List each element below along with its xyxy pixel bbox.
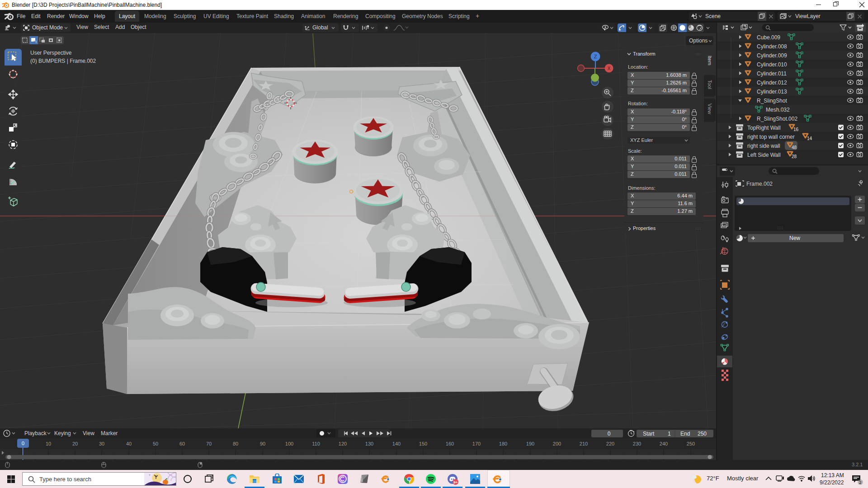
svg-text:9+: 9+ (453, 480, 458, 484)
svg-text:80: 80 (233, 441, 238, 446)
svg-text:R_SlingShot: R_SlingShot (757, 98, 787, 104)
svg-text:New: New (789, 235, 800, 241)
svg-text:250: 250 (698, 431, 707, 437)
svg-text:150: 150 (419, 441, 427, 446)
svg-text:16: 16 (793, 127, 799, 132)
svg-text:240: 240 (660, 441, 668, 446)
svg-text:Mesh.032: Mesh.032 (766, 107, 790, 113)
svg-text:170: 170 (472, 441, 481, 446)
svg-text:130: 130 (365, 441, 373, 446)
svg-text:14: 14 (807, 136, 812, 141)
svg-text:140: 140 (392, 441, 401, 446)
svg-text:right top wall corner: right top wall corner (747, 134, 795, 140)
svg-text:40: 40 (126, 441, 132, 446)
svg-text:Cube.009: Cube.009 (757, 34, 780, 41)
svg-text:220: 220 (606, 441, 614, 446)
svg-text:Cylinder.013: Cylinder.013 (757, 89, 787, 95)
svg-text:60: 60 (179, 441, 185, 446)
svg-text:right side wall: right side wall (747, 143, 780, 149)
svg-text:Playback: Playback (24, 430, 47, 436)
svg-text:Cylinder.011: Cylinder.011 (757, 70, 787, 77)
svg-text:180: 180 (499, 441, 507, 446)
svg-text:Z: Z (594, 54, 597, 59)
svg-text:R_SlingShot.002: R_SlingShot.002 (757, 116, 797, 122)
svg-text:120: 120 (339, 441, 347, 446)
svg-text:10: 10 (46, 441, 51, 446)
svg-text:190: 190 (526, 441, 534, 446)
svg-text:160: 160 (446, 441, 454, 446)
svg-text:Keying: Keying (54, 430, 71, 436)
svg-text:1: 1 (668, 431, 671, 437)
svg-text:210: 210 (580, 441, 588, 446)
svg-text:Cylinder.008: Cylinder.008 (757, 43, 787, 50)
svg-text:0: 0 (608, 431, 611, 437)
svg-text:250: 250 (687, 441, 695, 446)
svg-text:0: 0 (22, 441, 24, 446)
svg-text:Cylinder.009: Cylinder.009 (757, 52, 787, 59)
svg-text:230: 230 (633, 441, 641, 446)
svg-text:48: 48 (792, 145, 797, 150)
svg-text:2: 2 (859, 480, 861, 485)
svg-text:Marker: Marker (101, 430, 118, 436)
svg-text:Start: Start (643, 431, 655, 437)
svg-text:70: 70 (206, 441, 212, 446)
svg-text:50: 50 (153, 441, 158, 446)
svg-text:200: 200 (553, 441, 561, 446)
svg-text:20: 20 (72, 441, 78, 446)
svg-text:End: End (680, 431, 690, 437)
svg-text:TopRight Wall: TopRight Wall (747, 125, 781, 131)
svg-text:110: 110 (312, 441, 320, 446)
svg-text:X: X (608, 66, 611, 71)
svg-text:100: 100 (285, 441, 293, 446)
svg-text:28: 28 (792, 154, 797, 159)
svg-text:90: 90 (260, 441, 265, 446)
svg-text:30: 30 (99, 441, 104, 446)
svg-text:Frame.002: Frame.002 (746, 181, 773, 187)
svg-text:Cylinder.010: Cylinder.010 (757, 61, 787, 68)
svg-text:View: View (83, 430, 94, 436)
svg-text:::::: :::: (777, 225, 783, 230)
svg-text:Cylinder.012: Cylinder.012 (757, 80, 787, 86)
svg-text:Left Side Wall: Left Side Wall (747, 152, 781, 158)
